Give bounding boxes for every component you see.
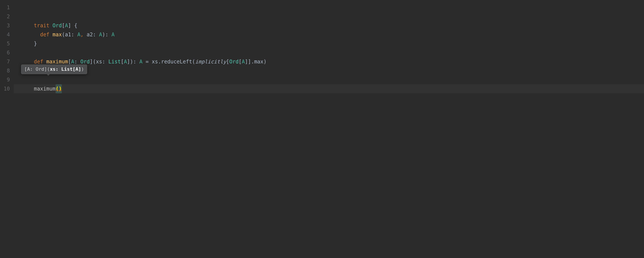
bracket-open: [ <box>226 59 229 65</box>
line-number: 5 <box>0 39 14 48</box>
line-number: 7 <box>0 57 14 66</box>
code-line[interactable] <box>14 3 644 12</box>
bracket-open: [ <box>121 59 124 65</box>
space <box>71 23 74 29</box>
tooltip-suffix: ) <box>81 66 84 72</box>
bracket-close: ] <box>90 59 93 65</box>
tooltip-prefix: [A: Ord]( <box>24 66 50 72</box>
dot: . <box>251 59 254 65</box>
code-line[interactable]: trait Ord[A] { <box>14 21 644 30</box>
ident-xs: xs <box>152 59 158 65</box>
code-line-current[interactable]: maximum() <box>14 84 644 93</box>
code-line[interactable]: def max(a1: A, a2: A): A <box>14 30 644 39</box>
call-maximum: maximum <box>34 86 56 92</box>
colon: : <box>105 32 112 38</box>
space <box>84 32 86 38</box>
type-a: A <box>71 59 74 65</box>
bracket-close: ] <box>68 23 71 29</box>
code-area[interactable]: trait Ord[A] { def max(a1: A, a2: A): A … <box>14 0 644 258</box>
equals: = <box>142 59 152 65</box>
dot: . <box>158 59 161 65</box>
line-number: 2 <box>0 12 14 21</box>
paren-open: ( <box>192 59 195 65</box>
method-maximum: maximum <box>46 59 68 65</box>
paren-open-active: ( <box>56 86 58 92</box>
paren-close: ) <box>130 59 133 65</box>
type-a: A <box>139 59 142 65</box>
type-param-a: A <box>65 23 68 29</box>
code-line[interactable] <box>14 48 644 57</box>
parameter-info-tooltip: [A: Ord](xs: List[A]) <box>21 65 87 74</box>
line-number: 10 <box>0 84 14 93</box>
brace-close: } <box>34 41 37 47</box>
code-line[interactable] <box>14 12 644 21</box>
line-number: 4 <box>0 30 14 39</box>
line-number: 1 <box>0 3 14 12</box>
keyword-def: def <box>34 59 43 65</box>
type-a: A <box>242 59 245 65</box>
space <box>43 59 46 65</box>
line-number: 3 <box>0 21 14 30</box>
line-number: 6 <box>0 48 14 57</box>
indent <box>22 41 34 47</box>
bracket-close: ] <box>248 59 251 65</box>
keyword-trait: trait <box>34 23 49 29</box>
type-ord: Ord <box>229 59 238 65</box>
paren-open: ( <box>62 32 65 38</box>
paren-close-active: ) <box>58 86 62 92</box>
paren-close: ) <box>264 59 266 65</box>
type-a: A <box>124 59 127 65</box>
method-max: max <box>52 32 62 38</box>
param-xs: xs <box>96 59 102 65</box>
type-ord: Ord <box>52 23 62 29</box>
line-number: 8 <box>0 66 14 75</box>
bracket-close: ] <box>245 59 248 65</box>
paren-close: ) <box>102 32 105 38</box>
brace-open: { <box>74 23 77 29</box>
paren-open: ( <box>93 59 96 65</box>
type-a: A <box>99 32 102 38</box>
colon: : <box>133 59 139 65</box>
keyword-def: def <box>40 32 49 38</box>
method-max-ref: max <box>254 59 264 65</box>
colon: : <box>71 32 77 38</box>
indent <box>22 23 34 29</box>
bracket-close: ] <box>127 59 130 65</box>
bracket-open: [ <box>62 23 65 29</box>
indent <box>22 59 34 65</box>
bracket-open: [ <box>68 59 71 65</box>
line-number: 9 <box>0 75 14 84</box>
colon: : <box>102 59 108 65</box>
implicitly-call: implicitly <box>195 59 226 65</box>
code-editor[interactable]: 1 2 3 4 5 6 7 8 9 10 trait Ord[A] { def … <box>0 0 644 258</box>
caret-parentheses: () <box>56 86 62 92</box>
code-line[interactable] <box>14 66 644 75</box>
method-reduceleft: reduceLeft <box>161 59 192 65</box>
indent <box>22 86 34 92</box>
comma: , <box>80 32 84 38</box>
code-line[interactable] <box>14 75 644 84</box>
tooltip-current-param: xs: List[A] <box>50 66 81 72</box>
line-number-gutter: 1 2 3 4 5 6 7 8 9 10 <box>0 0 14 258</box>
type-list: List <box>108 59 121 65</box>
bracket-open: [ <box>239 59 242 65</box>
type-ord: Ord <box>80 59 90 65</box>
colon: : <box>74 59 80 65</box>
code-line[interactable]: } <box>14 39 644 48</box>
code-line[interactable]: def maximum[A: Ord](xs: List[A]): A = xs… <box>14 57 644 66</box>
type-a: A <box>112 32 114 38</box>
type-a: A <box>77 32 80 38</box>
indent <box>22 32 40 38</box>
param-a2: a2 <box>87 32 93 38</box>
param-a1: a1 <box>65 32 71 38</box>
colon: : <box>93 32 99 38</box>
